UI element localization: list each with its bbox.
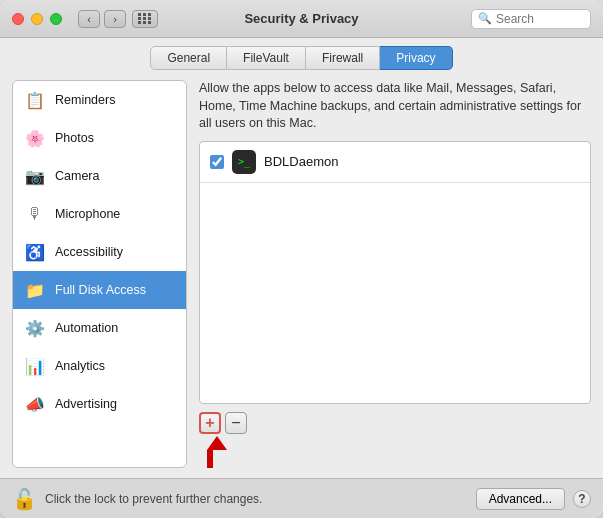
app-name: BDLDaemon (264, 154, 338, 169)
sidebar-item-advertising[interactable]: 📣 Advertising (13, 385, 186, 423)
tab-firewall[interactable]: Firewall (306, 46, 380, 70)
search-input[interactable] (496, 12, 586, 26)
remove-button[interactable]: − (225, 412, 247, 434)
sidebar-item-label: Accessibility (55, 245, 123, 259)
reminders-icon: 📋 (23, 88, 47, 112)
sidebar-item-label: Photos (55, 131, 94, 145)
sidebar-item-label: Reminders (55, 93, 115, 107)
tab-filevault[interactable]: FileVault (227, 46, 306, 70)
window: ‹ › Security & Privacy 🔍 General FileVau… (0, 0, 603, 518)
sidebar-item-accessibility[interactable]: ♿ Accessibility (13, 233, 186, 271)
sidebar-item-label: Advertising (55, 397, 117, 411)
photos-icon: 🌸 (23, 126, 47, 150)
close-button[interactable] (12, 13, 24, 25)
buttons-row: + − (199, 412, 591, 434)
sidebar-item-microphone[interactable]: 🎙 Microphone (13, 195, 186, 233)
nav-buttons: ‹ › (78, 10, 126, 28)
sidebar-item-analytics[interactable]: 📊 Analytics (13, 347, 186, 385)
maximize-button[interactable] (50, 13, 62, 25)
window-title: Security & Privacy (244, 11, 358, 26)
sidebar-item-label: Camera (55, 169, 99, 183)
grid-button[interactable] (132, 10, 158, 28)
sidebar-item-fulldiskaccess[interactable]: 📁 Full Disk Access (13, 271, 186, 309)
search-box[interactable]: 🔍 (471, 9, 591, 29)
main-content: 📋 Reminders 🌸 Photos 📷 Camera 🎙 Micropho… (0, 70, 603, 478)
grid-icon (138, 13, 152, 24)
sidebar-item-reminders[interactable]: 📋 Reminders (13, 81, 186, 119)
titlebar: ‹ › Security & Privacy 🔍 (0, 0, 603, 38)
advertising-icon: 📣 (23, 392, 47, 416)
app-icon-box: >_ (232, 150, 256, 174)
forward-button[interactable]: › (104, 10, 126, 28)
footer: 🔓 Click the lock to prevent further chan… (0, 478, 603, 518)
lock-text: Click the lock to prevent further change… (45, 492, 468, 506)
sidebar-item-label: Automation (55, 321, 118, 335)
add-button[interactable]: + (199, 412, 221, 434)
right-panel: Allow the apps below to access data like… (199, 80, 591, 468)
tab-general[interactable]: General (150, 46, 227, 70)
arrow-indicator (207, 436, 591, 468)
sidebar-item-photos[interactable]: 🌸 Photos (13, 119, 186, 157)
tab-bar: General FileVault Firewall Privacy (0, 38, 603, 70)
microphone-icon: 🎙 (23, 202, 47, 226)
sidebar-item-label: Microphone (55, 207, 120, 221)
back-button[interactable]: ‹ (78, 10, 100, 28)
description-text: Allow the apps below to access data like… (199, 80, 591, 133)
sidebar-item-camera[interactable]: 📷 Camera (13, 157, 186, 195)
traffic-lights (12, 13, 62, 25)
advanced-button[interactable]: Advanced... (476, 488, 565, 510)
camera-icon: 📷 (23, 164, 47, 188)
analytics-icon: 📊 (23, 354, 47, 378)
help-button[interactable]: ? (573, 490, 591, 508)
automation-icon: ⚙️ (23, 316, 47, 340)
sidebar-item-automation[interactable]: ⚙️ Automation (13, 309, 186, 347)
app-list: >_ BDLDaemon (199, 141, 591, 405)
lock-icon[interactable]: 🔓 (12, 487, 37, 511)
minimize-button[interactable] (31, 13, 43, 25)
sidebar-item-label: Full Disk Access (55, 283, 146, 297)
search-icon: 🔍 (478, 12, 492, 25)
arrow-stem (207, 450, 213, 468)
fulldisk-icon: 📁 (23, 278, 47, 302)
sidebar: 📋 Reminders 🌸 Photos 📷 Camera 🎙 Micropho… (12, 80, 187, 468)
arrow-up-icon (207, 436, 227, 450)
terminal-icon: >_ (238, 156, 250, 167)
tab-privacy[interactable]: Privacy (380, 46, 452, 70)
list-item: >_ BDLDaemon (200, 142, 590, 183)
app-checkbox[interactable] (210, 155, 224, 169)
sidebar-item-label: Analytics (55, 359, 105, 373)
accessibility-icon: ♿ (23, 240, 47, 264)
